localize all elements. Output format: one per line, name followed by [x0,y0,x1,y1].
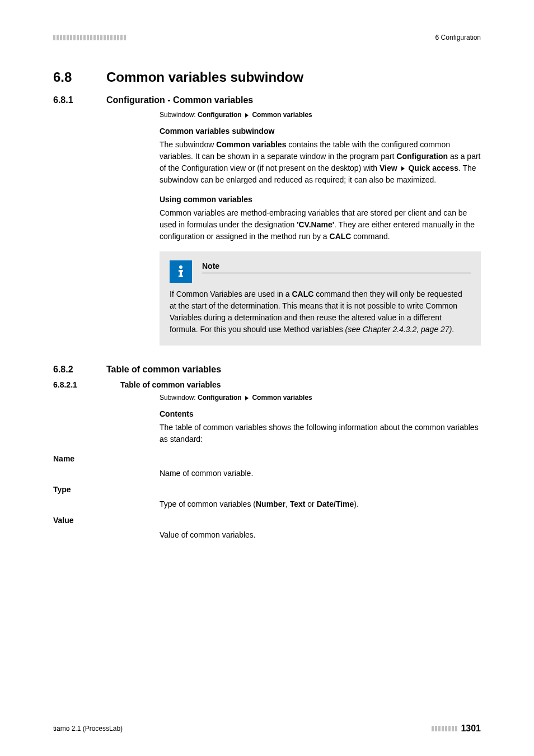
paragraph: The subwindow Common variables contains … [160,139,481,186]
heading-text: Table of common variables [106,365,221,375]
info-icon [170,260,192,283]
heading-number: 6.8.1 [53,95,106,105]
heading-6-8-1: 6.8.1 Configuration - Common variables [53,95,481,105]
heading-text: Common variables subwindow [106,69,303,85]
heading-number: 6.8 [53,69,106,85]
field-label-type: Type [53,485,481,494]
heading-text: Configuration - Common variables [106,95,253,105]
chevron-right-icon [245,396,249,400]
svg-point-0 [179,265,182,269]
chevron-right-icon [401,166,405,171]
note-box: Note If Common Variables are used in a C… [160,251,481,346]
field-desc-value: Value of common variables. [160,529,481,541]
subheading-contents: Contents [160,409,481,418]
heading-6-8-2-1: 6.8.2.1 Table of common variables [53,380,481,389]
header-marks-icon [53,35,126,40]
field-desc-type: Type of common variables (Number, Text o… [160,498,481,510]
note-body: If Common Variables are used in a CALC c… [170,288,471,335]
footer-marks-icon [432,726,457,731]
subwindow-path: Subwindow: Configuration Common variable… [160,394,481,402]
page-number: 1301 [461,724,481,734]
heading-6-8: 6.8 Common variables subwindow [53,69,481,85]
field-label-name: Name [53,454,481,463]
page-header: 6 Configuration [53,34,481,41]
note-title: Note [202,262,471,273]
heading-6-8-2: 6.8.2 Table of common variables [53,365,481,375]
header-chapter: 6 Configuration [435,34,481,41]
field-label-value: Value [53,516,481,525]
paragraph: Common variables are method-embracing va… [160,207,481,242]
paragraph: The table of common variables shows the … [160,422,481,445]
footer-product: tiamo 2.1 (ProcessLab) [53,725,123,732]
heading-text: Table of common variables [120,380,221,389]
heading-number: 6.8.2.1 [53,380,120,389]
subheading-using-common-variables: Using common variables [160,195,481,204]
subwindow-path: Subwindow: Configuration Common variable… [160,111,481,119]
field-desc-name: Name of common variable. [160,468,481,479]
svg-rect-3 [179,276,183,277]
subheading-common-variables-subwindow: Common variables subwindow [160,127,481,136]
heading-number: 6.8.2 [53,365,106,375]
chevron-right-icon [245,113,249,118]
page-footer: tiamo 2.1 (ProcessLab) 1301 [53,724,481,734]
